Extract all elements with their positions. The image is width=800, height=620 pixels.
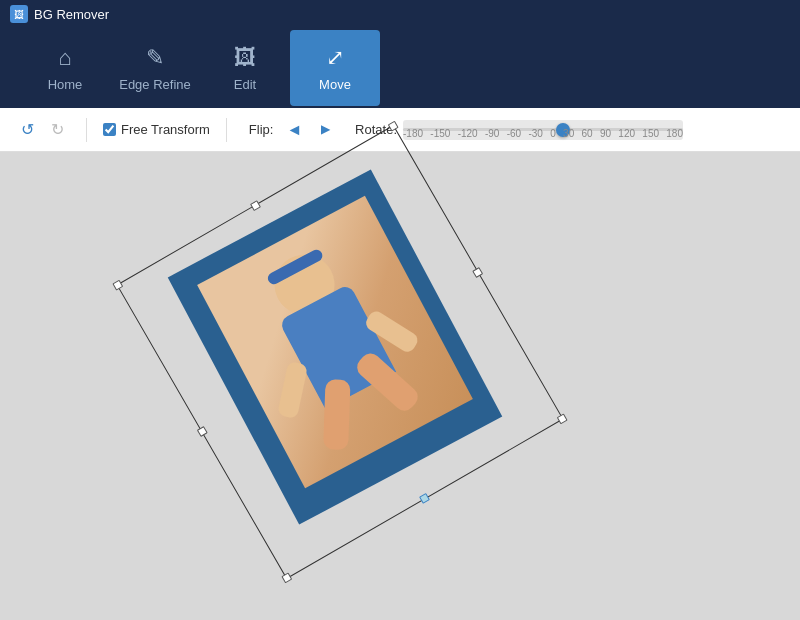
undo-button[interactable]: ↺ <box>14 117 40 143</box>
nav-move[interactable]: ⤢ Move <box>290 30 380 106</box>
nav-edit-label: Edit <box>234 77 256 92</box>
ruler-numbers: -180 -150 -120 -90 -60 -30 0 30 60 90 12… <box>403 128 683 139</box>
flip-label: Flip: <box>249 122 274 137</box>
transform-bounding-box <box>116 125 563 579</box>
nav-edge-refine-label: Edge Refine <box>119 77 191 92</box>
handle-top-left[interactable] <box>112 280 123 291</box>
canvas-container[interactable] <box>0 152 800 620</box>
redo-button[interactable]: ↻ <box>44 117 70 143</box>
navbar: ⌂ Home ✎ Edge Refine 🖼 Edit ⤢ Move <box>0 28 800 108</box>
nav-move-label: Move <box>319 77 351 92</box>
app-icon: 🖼 <box>10 5 28 23</box>
rotate-ruler[interactable]: -180 -150 -120 -90 -60 -30 0 30 60 90 12… <box>403 120 683 140</box>
toolbar-separator-2 <box>226 118 227 142</box>
flip-vertical-button[interactable]: ▲ <box>315 119 337 141</box>
handle-right-mid[interactable] <box>472 267 483 278</box>
home-icon: ⌂ <box>58 45 71 71</box>
rotate-section: Rotate: -180 -150 -120 -90 -60 -30 0 30 … <box>355 120 683 140</box>
free-transform-checkbox[interactable] <box>103 123 116 136</box>
undo-redo-group: ↺ ↻ <box>14 117 70 143</box>
handle-top-mid[interactable] <box>250 200 261 211</box>
transform-group[interactable] <box>120 182 520 502</box>
handle-bottom-mid[interactable] <box>419 493 430 504</box>
nav-home[interactable]: ⌂ Home <box>20 30 110 106</box>
free-transform-group: Free Transform <box>103 122 210 137</box>
app-title: BG Remover <box>34 7 109 22</box>
edge-refine-icon: ✎ <box>146 45 164 71</box>
free-transform-label[interactable]: Free Transform <box>121 122 210 137</box>
main-area: ✋ ⊕ 34% ⊖ <box>0 152 800 620</box>
handle-bottom-right[interactable] <box>557 413 568 424</box>
nav-edit[interactable]: 🖼 Edit <box>200 30 290 106</box>
handle-bottom-left[interactable] <box>281 572 292 583</box>
titlebar: 🖼 BG Remover <box>0 0 800 28</box>
move-icon: ⤢ <box>326 45 344 71</box>
nav-home-label: Home <box>48 77 83 92</box>
flip-horizontal-button[interactable]: ◄ <box>283 119 305 141</box>
handle-left-mid[interactable] <box>197 426 208 437</box>
edit-icon: 🖼 <box>234 45 256 71</box>
nav-edge-refine[interactable]: ✎ Edge Refine <box>110 30 200 106</box>
toolbar-separator-1 <box>86 118 87 142</box>
